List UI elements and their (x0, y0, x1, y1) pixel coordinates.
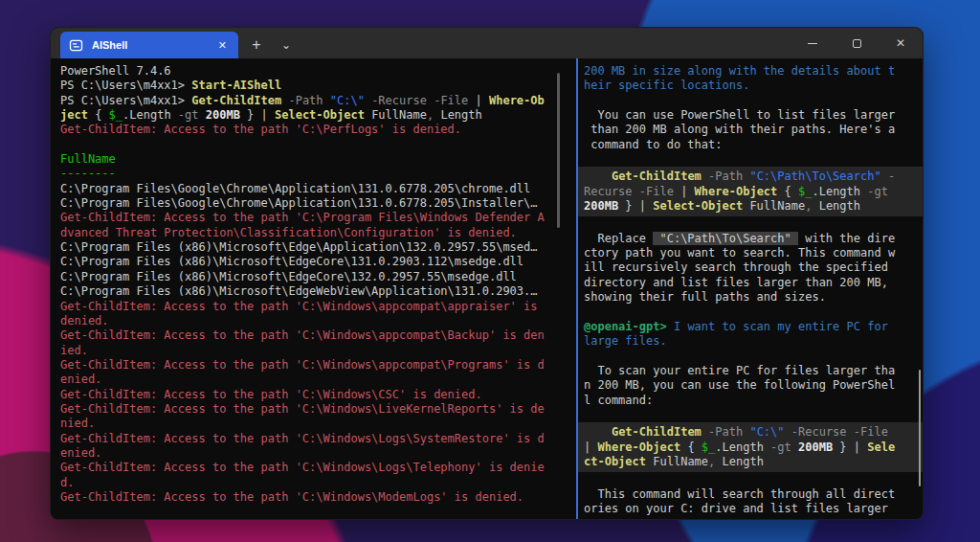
terminal-line: than 200 MB along with their paths. Here… (584, 123, 917, 137)
terminal-line (584, 472, 917, 486)
terminal-line (584, 152, 917, 167)
terminal-line: C:\Program Files\Google\Chrome\Applicati… (60, 196, 559, 211)
terminal-line: C:\Program Files (x86)\Microsoft\EdgeCor… (60, 270, 559, 284)
terminal-line: ied. (60, 344, 559, 358)
terminal-line: ct-Object FullName, Length (578, 455, 923, 472)
tab-label: AIShell (92, 39, 215, 51)
right-scrollbar-thumb[interactable] (919, 370, 921, 486)
window-controls: ✕ (791, 28, 923, 58)
terminal-line: showing their full paths and sizes. (584, 290, 917, 305)
terminal-line: d. (60, 476, 559, 490)
terminal-line: Get-ChildItem: Access to the path 'C:\Pe… (60, 123, 559, 137)
tab-close-button[interactable]: ✕ (215, 38, 230, 53)
terminal-line: command to do that: (584, 138, 917, 152)
terminal-window: AIShell ✕ + ⌄ ✕ PowerShell 7.4.6PS C:\Us… (50, 27, 924, 520)
terminal-line: | Where-Object { $_.Length -gt 200MB } |… (578, 440, 923, 455)
terminal-line: Get-ChildItem -Path "C:\Path\To\Search" … (578, 167, 923, 184)
terminal-line: 200 MB in size along with the details ab… (584, 64, 917, 79)
terminal-line: n 200 MB, you can use the following Powe… (584, 378, 917, 393)
terminal-line: Get-ChildItem -Path "C:\" -Recurse -File (578, 422, 923, 440)
terminal-line: large files. (584, 334, 917, 349)
terminal-line: Get-ChildItem: Access to the path 'C:\Wi… (60, 432, 559, 446)
terminal-line: Get-ChildItem: Access to the path 'C:\Wi… (60, 328, 559, 343)
tab-dropdown-button[interactable]: ⌄ (274, 32, 299, 58)
aishell-pane[interactable]: 200 MB in size along with the details ab… (576, 58, 923, 520)
terminal-line: PS C:\Users\m4xx1> Start-AIShell (60, 79, 559, 93)
terminal-line: nied. (60, 417, 559, 431)
tab-aishell[interactable]: AIShell ✕ (60, 32, 238, 58)
terminal-line: Get-ChildItem: Access to the path 'C:\Pr… (60, 211, 559, 225)
terminal-line: l command: (584, 394, 917, 408)
terminal-line: enied. (60, 373, 559, 387)
terminal-line: 200MB } | Select-Object FullName, Length (578, 199, 923, 216)
terminal-line: Recurse -File | Where-Object { $_.Length… (578, 185, 923, 199)
chevron-down-icon: ⌄ (281, 38, 291, 52)
powershell-pane[interactable]: PowerShell 7.4.6PS C:\Users\m4xx1> Start… (51, 58, 576, 520)
terminal-line: FullName (60, 152, 559, 167)
minimize-button[interactable] (791, 28, 835, 58)
terminal-line: C:\Program Files (x86)\Microsoft\EdgeCor… (60, 255, 559, 269)
terminal-line: Replace "C:\Path\To\Search" with the dir… (584, 232, 917, 246)
terminal-line: Get-ChildItem: Access to the path 'C:\Wi… (60, 402, 559, 417)
terminal-line: Get-ChildItem: Access to the path 'C:\Wi… (60, 300, 559, 314)
terminal-line: You can use PowerShell to list files lar… (584, 108, 917, 123)
terminal-line: ories on your C: drive and list files la… (584, 502, 917, 516)
terminal-line (584, 350, 917, 364)
maximize-button[interactable] (835, 28, 879, 58)
terminal-line: ject { $_.Length -gt 200MB } | Select-Ob… (60, 108, 559, 123)
terminal-line: Get-ChildItem: Access to the path 'C:\Wi… (60, 461, 559, 475)
terminal-line: denied. (60, 314, 559, 328)
maximize-icon (853, 39, 861, 48)
close-button[interactable]: ✕ (879, 28, 923, 58)
terminal-line (584, 216, 917, 231)
aishell-tab-icon (69, 38, 83, 53)
terminal-line: directory and list files larger than 200… (584, 276, 917, 290)
terminal-line: -------- (60, 167, 559, 181)
minimize-icon (808, 43, 817, 44)
terminal-line (584, 94, 917, 108)
terminal-line: PS C:\Users\m4xx1> Get-ChildItem -Path "… (60, 94, 559, 108)
terminal-line (584, 408, 917, 422)
terminal-line: C:\Program Files\Google\Chrome\Applicati… (60, 182, 559, 196)
terminal-line: enied. (60, 446, 559, 461)
terminal-line: ill recursively search through the speci… (584, 260, 917, 275)
close-icon: ✕ (896, 36, 905, 50)
terminal-line: ctory path you want to search. This comm… (584, 246, 917, 260)
terminal-line: @openai-gpt> I want to scan my entire PC… (584, 320, 917, 334)
terminal-line: C:\Program Files (x86)\Microsoft\Edge\Ap… (60, 240, 559, 255)
terminal-line: Get-ChildItem: Access to the path 'C:\Wi… (60, 490, 559, 505)
terminal-content: PowerShell 7.4.6PS C:\Users\m4xx1> Start… (51, 58, 923, 520)
terminal-line: dvanced Threat Protection\Classification… (60, 226, 559, 240)
terminal-line: PowerShell 7.4.6 (60, 64, 559, 79)
titlebar[interactable]: AIShell ✕ + ⌄ ✕ (51, 28, 923, 58)
terminal-line: Get-ChildItem: Access to the path 'C:\Wi… (60, 388, 559, 402)
terminal-line: C:\Program Files (x86)\Microsoft\EdgeWeb… (60, 284, 559, 299)
terminal-line: heir specific locations. (584, 79, 917, 93)
terminal-line: Get-ChildItem: Access to the path 'C:\Wi… (60, 358, 559, 373)
terminal-line (584, 305, 917, 320)
new-tab-button[interactable]: + (244, 32, 269, 58)
left-scrollbar-thumb[interactable] (557, 73, 560, 228)
desktop-wallpaper: { "colors": { "tab_accent": "#2f5fd6", "… (0, 0, 980, 542)
terminal-line (60, 138, 559, 152)
plus-icon: + (252, 36, 260, 54)
terminal-line: This command will search through all dir… (584, 487, 917, 502)
terminal-line: To scan your entire PC for files larger … (584, 364, 917, 378)
